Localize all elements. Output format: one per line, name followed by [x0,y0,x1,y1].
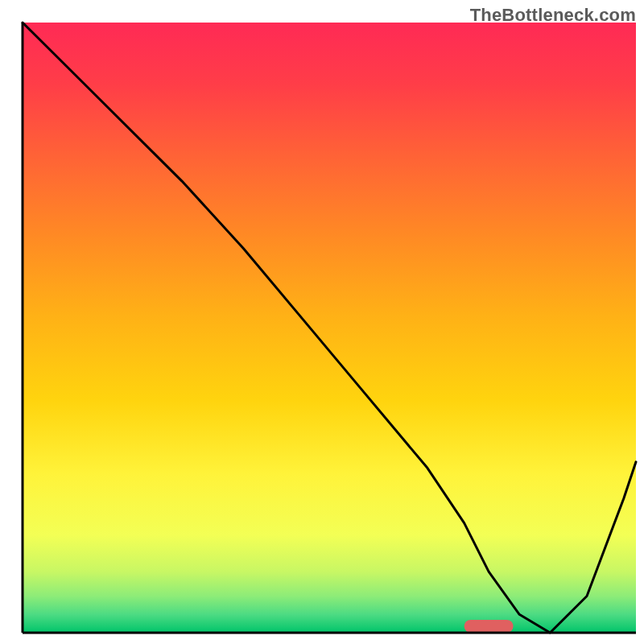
plot-area [23,23,636,633]
chart-container: TheBottleneck.com [0,0,644,644]
optimal-marker [464,620,514,633]
bottleneck-chart [0,0,644,644]
watermark-text: TheBottleneck.com [470,5,636,26]
